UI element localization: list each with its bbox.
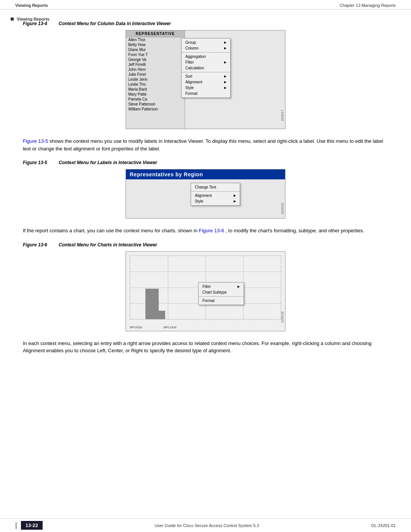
figure6-link[interactable]: Figure 13-6 xyxy=(199,228,224,233)
paragraph1: Figure 13-5 shows the context menu you u… xyxy=(23,137,388,152)
menu-item-format-label: Format xyxy=(202,299,215,303)
figure6-watermark: 204518 xyxy=(280,312,284,323)
figure4-caption: Figure 13-4 Context Menu for Column Data… xyxy=(23,21,388,26)
figure6-title: Context Menu for Charts in Interactive V… xyxy=(59,242,157,248)
submenu-arrow: ▶ xyxy=(224,46,226,50)
submenu-arrow: ▶ xyxy=(237,285,240,288)
figure4-list: REPRESENTATIVE Allen Thor Betty How Dian… xyxy=(126,30,185,129)
menu-item-sort-label: Sort xyxy=(185,74,192,78)
figure5-context-menu: Change Text Alignment ▶ Style ▶ xyxy=(191,183,240,206)
footer-right-text: OL-24201-01 xyxy=(371,523,396,528)
x-label-1: MP1632c xyxy=(130,326,143,329)
menu-item-format[interactable]: Format xyxy=(182,91,230,96)
list-item: Julie Firrel xyxy=(126,72,185,77)
menu-item-column-label: Column xyxy=(185,46,198,50)
list-item: Leslie Tho xyxy=(126,82,185,87)
menu-item-alignment[interactable]: Alignment ▶ xyxy=(191,193,240,198)
footer-page-number: 13-22 xyxy=(21,521,43,530)
footer-left: | 13-22 xyxy=(15,521,43,530)
menu-item-style-label: Style xyxy=(185,86,194,90)
list-item: Foon Yue T xyxy=(126,52,185,57)
figure6-section: Figure 13-6 Context Menu for Charts in I… xyxy=(23,242,388,331)
paragraph3-text: In each context menu, selecting an entry… xyxy=(23,340,371,354)
menu-item-chart-subtype[interactable]: Chart Subtype xyxy=(199,289,244,295)
list-item: John Hern xyxy=(126,67,185,72)
footer-divider-icon: | xyxy=(15,521,17,529)
paragraph1-text: shows the context menu you use to modify… xyxy=(23,138,383,152)
list-item: Steve Patterson xyxy=(126,102,185,107)
figure6-num: Figure 13-6 xyxy=(23,242,47,248)
sidebar-indicator xyxy=(11,18,14,21)
submenu-arrow: ▶ xyxy=(224,41,226,44)
figure4-num: Figure 13-4 xyxy=(23,21,47,26)
menu-item-aggregation[interactable]: Aggregation xyxy=(182,54,230,59)
menu-item-alignment-label: Alignment xyxy=(185,80,202,84)
header-section-label: Viewing Reports xyxy=(15,3,48,8)
page-header: Viewing Reports Chapter 13 Managing Repo… xyxy=(0,0,411,10)
list-item: Betty How xyxy=(126,42,185,47)
menu-item-change-text[interactable]: Change Text xyxy=(191,184,240,190)
list-item: Maria Bard xyxy=(126,87,185,92)
menu-item-filter-label: Filter xyxy=(185,60,194,64)
header-chapter-label: Chapter 13 Managing Reports xyxy=(340,3,396,8)
menu-item-style-label: Style xyxy=(195,199,203,203)
figure4-section: Figure 13-4 Context Menu for Column Data… xyxy=(23,21,388,129)
submenu-arrow: ▶ xyxy=(224,61,226,64)
paragraph2-text1: If the report contains a chart, you can … xyxy=(23,228,199,233)
menu-item-group-label: Group xyxy=(185,40,196,45)
figure5-num: Figure 13-5 xyxy=(23,160,47,165)
menu-item-filter[interactable]: Filter ▶ xyxy=(199,284,244,289)
list-item: Pamela Ca xyxy=(126,97,185,102)
figure4-list-header: REPRESENTATIVE xyxy=(126,30,185,37)
figure5-section: Figure 13-5 Context Menu for Labels in I… xyxy=(23,160,388,219)
menu-item-calculation[interactable]: Calculation xyxy=(182,65,230,71)
menu-item-filter[interactable]: Filter ▶ xyxy=(182,59,230,65)
figure5-watermark: 204618 xyxy=(280,203,284,214)
menu-item-column[interactable]: Column ▶ xyxy=(182,45,230,51)
figure4-box: REPRESENTATIVE Allen Thor Betty How Dian… xyxy=(126,30,285,129)
figure5-title-bar: Representatives by Region xyxy=(126,169,285,179)
menu-item-group[interactable]: Group ▶ xyxy=(182,40,230,45)
list-item: William Patterson xyxy=(126,107,185,112)
figure6-caption: Figure 13-6 Context Menu for Charts in I… xyxy=(23,242,388,248)
menu-item-change-text-label: Change Text xyxy=(195,185,216,189)
figure6-x-labels: MP1632c MPL1632 xyxy=(130,326,177,329)
menu-item-format[interactable]: Format xyxy=(199,298,244,304)
menu-separator xyxy=(182,72,230,72)
menu-item-style[interactable]: Style ▶ xyxy=(191,198,240,204)
menu-item-sort[interactable]: Sort ▶ xyxy=(182,73,230,79)
menu-separator xyxy=(191,191,240,192)
list-item: Jeff Firrelli xyxy=(126,62,185,67)
menu-item-aggregation-label: Aggregation xyxy=(185,54,206,59)
submenu-arrow: ▶ xyxy=(234,194,236,197)
x-label-2: MPL1632 xyxy=(164,326,177,329)
sidebar-viewing-reports: Viewing Reports xyxy=(17,17,49,21)
figure5-caption: Figure 13-5 Context Menu for Labels in I… xyxy=(23,160,388,165)
list-item: Mary Patte xyxy=(126,92,185,97)
figure6-container: Filter ▶ Chart Subtype Format MP1632c MP… xyxy=(126,251,285,331)
submenu-arrow: ▶ xyxy=(224,75,226,78)
figure5-link[interactable]: Figure 13-5 xyxy=(23,138,48,144)
menu-item-chart-subtype-label: Chart Subtype xyxy=(202,290,227,294)
paragraph2: If the report contains a chart, you can … xyxy=(23,227,388,235)
figure5-box: Representatives by Region Change Text Al… xyxy=(126,169,285,219)
figure6-context-menu: Filter ▶ Chart Subtype Format xyxy=(198,282,244,305)
figure5-title: Context Menu for Labels in Interactive V… xyxy=(59,160,157,165)
menu-item-format-label: Format xyxy=(185,91,198,96)
paragraph3: In each context menu, selecting an entry… xyxy=(23,340,388,355)
menu-item-alignment[interactable]: Alignment ▶ xyxy=(182,79,230,85)
figure4-container: REPRESENTATIVE Allen Thor Betty How Dian… xyxy=(126,30,285,129)
submenu-arrow: ▶ xyxy=(224,80,226,84)
submenu-arrow: ▶ xyxy=(224,86,226,89)
submenu-arrow: ▶ xyxy=(234,200,236,203)
menu-item-filter-label: Filter xyxy=(202,284,211,289)
menu-item-style[interactable]: Style ▶ xyxy=(182,85,230,91)
chart-small-bar xyxy=(157,311,165,319)
paragraph2-text2: , to modify the chart's formatting, subt… xyxy=(226,228,365,233)
figure5-container: Representatives by Region Change Text Al… xyxy=(126,169,285,219)
list-item: Allen Thor xyxy=(126,37,185,42)
main-content: Figure 13-4 Context Menu for Column Data… xyxy=(0,13,411,385)
figure4-context-menu: Group ▶ Column ▶ Aggregation Filter ▶ xyxy=(181,38,231,98)
figure4-title: Context Menu for Column Data in Interact… xyxy=(59,21,171,26)
menu-separator xyxy=(182,52,230,53)
